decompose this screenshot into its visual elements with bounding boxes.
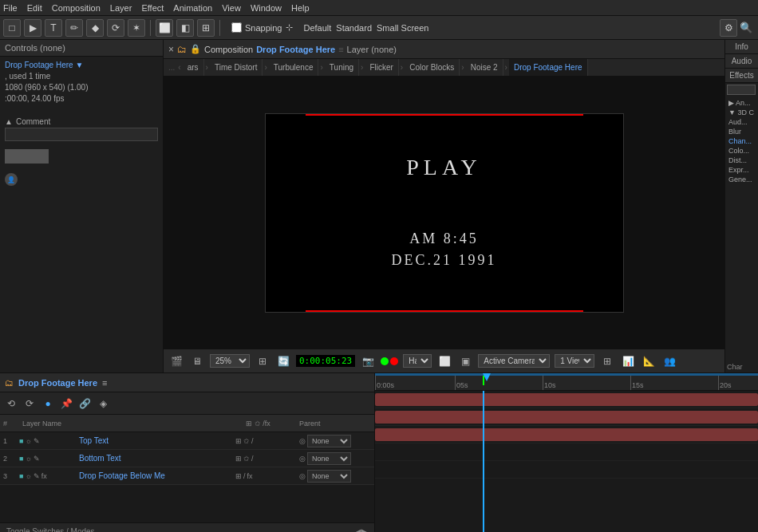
tool-text[interactable]: T: [45, 19, 62, 37]
effect-item-colo[interactable]: Colo...: [727, 146, 756, 156]
menu-animation[interactable]: Animation: [173, 3, 212, 13]
layer-3-sw-2[interactable]: /: [243, 472, 246, 480]
tool-extra-2[interactable]: ◧: [176, 19, 194, 37]
layer-1-name[interactable]: Top Text: [79, 436, 235, 445]
toggle-button[interactable]: 🔄: [275, 353, 291, 369]
effect-item-dist[interactable]: Dist...: [727, 156, 756, 165]
layer-1-parent-select[interactable]: None: [307, 435, 351, 447]
snapping-area[interactable]: Snapping ⊹: [231, 22, 293, 33]
tab-arrow-4[interactable]: ›: [318, 63, 324, 72]
layer-3-fx-icon[interactable]: fx: [41, 472, 47, 480]
tab-noise-2[interactable]: Noise 2: [466, 59, 503, 77]
layer-2-sw-1[interactable]: ⊞: [235, 455, 242, 463]
effect-group-an[interactable]: ▶ An...: [727, 98, 756, 108]
menu-file[interactable]: File: [3, 3, 18, 13]
layer-2-name[interactable]: Bottom Text: [79, 454, 235, 463]
tab-arrow-6[interactable]: ›: [399, 63, 405, 72]
layer-3-lock-icon[interactable]: ✎: [34, 472, 40, 480]
effect-item-blur[interactable]: Blur: [727, 127, 756, 136]
grid-button[interactable]: ⊞: [599, 353, 615, 369]
search-button[interactable]: 🔍: [737, 19, 755, 37]
tool-move[interactable]: ▶: [24, 19, 41, 37]
tl-btn-4[interactable]: 📌: [58, 396, 74, 412]
tab-flicker[interactable]: Flicker: [365, 59, 398, 77]
tl-btn-3[interactable]: ●: [40, 396, 56, 412]
tab-arrow-left[interactable]: ‹: [176, 63, 182, 72]
tab-drop-footage-here[interactable]: Drop Footage Here: [509, 59, 588, 77]
layer-3-sw-1[interactable]: ⊞: [235, 472, 242, 480]
tab-arrow-2[interactable]: ›: [204, 63, 210, 72]
menu-view[interactable]: View: [222, 3, 241, 13]
layer-2-sw-3[interactable]: /: [251, 455, 254, 463]
tab-ars[interactable]: ars: [183, 59, 204, 77]
tl-btn-2[interactable]: ⟳: [22, 396, 38, 412]
alpha-toggle[interactable]: ▣: [457, 353, 473, 369]
workspace-default[interactable]: Default: [304, 23, 332, 33]
layer-2-solo-icon[interactable]: ☼: [25, 455, 31, 463]
comp-close-button[interactable]: ×: [168, 44, 174, 55]
menu-help[interactable]: Help: [291, 3, 310, 13]
snapshot-button[interactable]: 🎬: [168, 353, 184, 369]
tl-btn-5[interactable]: 🔗: [77, 396, 93, 412]
layer-1-sw-3[interactable]: /: [251, 437, 254, 445]
menu-edit[interactable]: Edit: [27, 3, 42, 13]
view-select[interactable]: 1 View: [555, 354, 594, 368]
layer-1-sw-2[interactable]: ✩: [243, 437, 250, 445]
comp-name[interactable]: Drop Footage Here: [256, 45, 335, 54]
menu-composition[interactable]: Composition: [52, 3, 101, 13]
layer-3-parent-select[interactable]: None: [307, 470, 351, 483]
settings-button[interactable]: ⚙: [720, 19, 737, 37]
zoom-select[interactable]: 25%: [210, 354, 250, 368]
monitor-button[interactable]: 🖥: [189, 353, 205, 369]
comment-input[interactable]: [5, 128, 158, 141]
layer-3-name[interactable]: Drop Footage Below Me: [79, 471, 235, 480]
tool-extra-1[interactable]: ⬜: [156, 19, 173, 37]
tool-shape[interactable]: ◆: [86, 19, 104, 37]
camera-select[interactable]: Active Camera: [478, 354, 550, 368]
tool-extra-3[interactable]: ⊞: [197, 19, 215, 37]
workspace-small[interactable]: Small Screen: [377, 23, 428, 33]
tl-btn-6[interactable]: ◈: [95, 396, 111, 412]
footage-name[interactable]: Drop Footage Here ▼: [5, 60, 158, 71]
tab-arrow-7[interactable]: ›: [460, 63, 465, 72]
tab-time-distort[interactable]: Time Distort: [210, 59, 263, 77]
menu-effect[interactable]: Effect: [141, 3, 164, 13]
layer-1-solo-icon[interactable]: ☼: [25, 437, 31, 445]
timeline-menu-icon[interactable]: ≡: [102, 378, 107, 388]
menu-window[interactable]: Window: [251, 3, 282, 13]
tl-btn-1[interactable]: ⟲: [3, 396, 19, 412]
layer-1-sw-1[interactable]: ⊞: [235, 437, 242, 445]
menu-layer[interactable]: Layer: [110, 3, 132, 13]
tab-tuning[interactable]: Tuning: [325, 59, 359, 77]
layer-2-parent-select[interactable]: None: [307, 452, 351, 465]
workspace-standard[interactable]: Standard: [336, 23, 372, 33]
effect-item-gene[interactable]: Gene...: [727, 175, 756, 184]
effect-group-3d[interactable]: ▼ 3D C: [727, 108, 756, 117]
layer-3-sw-3[interactable]: fx: [247, 472, 253, 480]
quality-select[interactable]: Half: [403, 354, 432, 368]
snapping-checkbox[interactable]: [231, 22, 242, 33]
effect-item-aud[interactable]: Aud...: [727, 117, 756, 127]
toggle-switches-label[interactable]: Toggle Switches / Modes: [6, 527, 95, 532]
tab-arrow-8[interactable]: ›: [503, 63, 509, 72]
tool-star[interactable]: ✶: [128, 19, 145, 37]
layer-2-lock-icon[interactable]: ✎: [34, 455, 40, 463]
timeline-nav-left[interactable]: ◀: [355, 527, 361, 532]
tab-arrow-5[interactable]: ›: [359, 63, 365, 72]
render-button[interactable]: 📊: [620, 353, 636, 369]
layer-1-lock-icon[interactable]: ✎: [34, 437, 40, 445]
tab-arrow-3[interactable]: ›: [263, 63, 268, 72]
fit-button[interactable]: ⊞: [255, 353, 270, 369]
tab-color-blocks[interactable]: Color Blocks: [405, 59, 460, 77]
camera-icon[interactable]: 📷: [360, 353, 376, 369]
effects-search-input[interactable]: [727, 85, 756, 95]
effect-item-expr[interactable]: Expr...: [727, 165, 756, 175]
tool-pen[interactable]: ✏: [65, 19, 83, 37]
layer-3-solo-icon[interactable]: ☼: [25, 472, 31, 480]
flow-button[interactable]: 👥: [661, 353, 677, 369]
effect-item-chan[interactable]: Chan...: [727, 136, 756, 146]
view-toggle[interactable]: ⬜: [436, 353, 452, 369]
layer-2-sw-2[interactable]: ✩: [243, 455, 250, 463]
tab-scroll-left[interactable]: ...: [167, 63, 176, 72]
tool-select[interactable]: □: [3, 19, 21, 37]
